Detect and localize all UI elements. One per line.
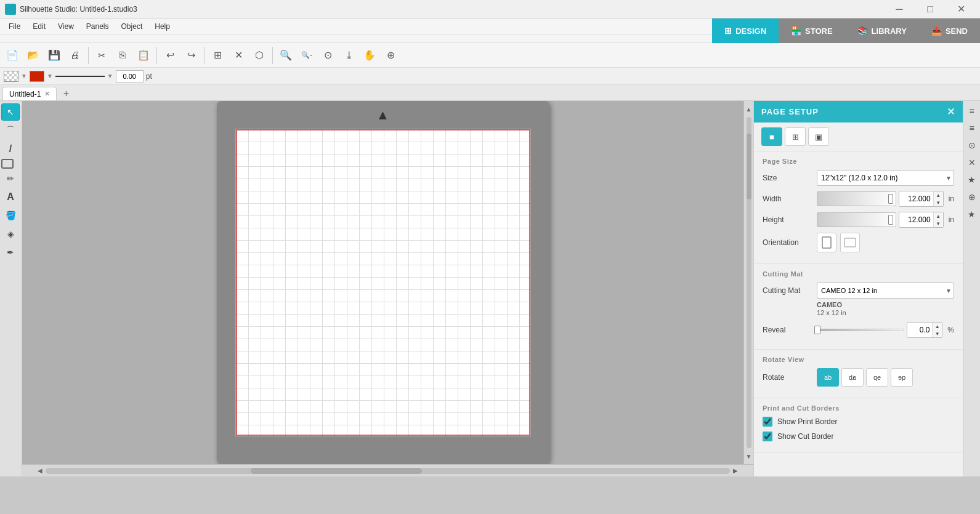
menu-view[interactable]: View: [52, 20, 80, 33]
right-icon-5[interactable]: ★: [965, 172, 979, 187]
right-icon-7[interactable]: ★: [965, 207, 979, 222]
save-button[interactable]: 💾: [44, 46, 64, 65]
close-button[interactable]: ✕: [947, 0, 975, 18]
zoom-fit-button[interactable]: ⤓: [339, 46, 358, 65]
cutting-mat-select[interactable]: CAMEO 12 x 12 in: [817, 283, 954, 299]
print-button[interactable]: 🖨: [65, 46, 85, 65]
rotate-btn-1[interactable]: ab: [841, 368, 864, 387]
portrait-button[interactable]: [817, 233, 836, 252]
stroke-style-arrow[interactable]: ▼: [107, 73, 113, 79]
vertical-scrollbar[interactable]: ▲ ▼: [743, 101, 753, 464]
height-slider[interactable]: [817, 212, 896, 227]
ungroup-button[interactable]: ✕: [229, 46, 248, 65]
tool-pencil[interactable]: ✏: [1, 170, 20, 187]
pview-image[interactable]: ▣: [808, 127, 829, 146]
pan-button[interactable]: ✋: [360, 46, 379, 65]
show-cut-border-checkbox[interactable]: [763, 432, 772, 441]
vscroll-up[interactable]: ▲: [743, 103, 754, 114]
open-button[interactable]: 📂: [23, 46, 43, 65]
stroke-swatch[interactable]: [30, 71, 44, 82]
menu-panels[interactable]: Panels: [80, 20, 115, 33]
new-button[interactable]: 📄: [2, 46, 22, 65]
tab-close-button[interactable]: ✕: [44, 90, 50, 98]
topnav-design[interactable]: ⊞ DESIGN: [712, 18, 779, 43]
topnav-send[interactable]: 📤 SEND: [919, 18, 980, 43]
reveal-input[interactable]: [907, 323, 932, 337]
rotate-btn-0[interactable]: ab: [817, 368, 839, 387]
width-input[interactable]: [899, 191, 933, 206]
zoom-actual-button[interactable]: ⊙: [318, 46, 338, 65]
reveal-down[interactable]: ▼: [933, 330, 942, 337]
fill-swatch[interactable]: [4, 71, 18, 82]
add-tab-button[interactable]: +: [59, 87, 73, 100]
panel-close-button[interactable]: ✕: [947, 106, 955, 118]
paste-button[interactable]: 📋: [134, 46, 153, 65]
tool-paint[interactable]: 🪣: [1, 207, 20, 224]
topnav-design-label: DESIGN: [735, 26, 766, 36]
landscape-button[interactable]: [840, 233, 860, 252]
reveal-up[interactable]: ▲: [933, 323, 942, 330]
right-icon-3[interactable]: ⊙: [965, 138, 979, 153]
hscroll-left[interactable]: ◀: [34, 465, 46, 476]
topnav-library[interactable]: 📚 LIBRARY: [845, 18, 919, 43]
reveal-unit: %: [947, 326, 954, 334]
rotate-btn-2[interactable]: qe: [866, 368, 888, 387]
tool-line[interactable]: /: [1, 140, 20, 158]
tab-untitled[interactable]: Untitled-1 ✕: [2, 87, 57, 100]
redo-button[interactable]: ↪: [181, 46, 201, 65]
menu-object[interactable]: Object: [115, 20, 149, 33]
top-navigation: ⊞ DESIGN 🏪 STORE 📚 LIBRARY 📤 SEND: [712, 18, 980, 43]
reveal-slider[interactable]: [817, 329, 904, 331]
menu-edit[interactable]: Edit: [26, 20, 52, 33]
right-icon-6[interactable]: ⊕: [965, 190, 979, 204]
pview-color[interactable]: ■: [761, 127, 782, 146]
tool-text[interactable]: A: [1, 188, 20, 206]
vscroll-down[interactable]: ▼: [743, 451, 754, 462]
tool-knife[interactable]: ◈: [1, 225, 20, 243]
width-up[interactable]: ▲: [934, 191, 943, 199]
stroke-width-input[interactable]: [116, 70, 144, 82]
minimize-button[interactable]: ─: [885, 0, 913, 18]
right-icon-4[interactable]: ✕: [965, 155, 979, 170]
nodes-button[interactable]: ⬡: [249, 46, 269, 65]
show-cut-border-label[interactable]: Show Cut Border: [777, 432, 833, 441]
stroke-dropdown-arrow[interactable]: ▼: [47, 73, 53, 79]
cut-button[interactable]: ✂: [92, 46, 111, 65]
rotate-btn-3[interactable]: qe: [891, 368, 913, 387]
pview-grid[interactable]: ⊞: [785, 127, 806, 146]
topnav-store[interactable]: 🏪 STORE: [779, 18, 845, 43]
right-icon-1[interactable]: ≡: [965, 103, 979, 118]
right-icon-2[interactable]: ≡: [965, 121, 979, 135]
width-down[interactable]: ▼: [934, 199, 943, 206]
vscroll-thumb[interactable]: [747, 134, 751, 200]
height-down[interactable]: ▼: [934, 220, 943, 227]
tool-pen[interactable]: ✒: [1, 244, 20, 261]
tool-bezier[interactable]: ⌒: [1, 122, 20, 139]
hscroll-track[interactable]: [46, 468, 730, 474]
tool-select[interactable]: ↖: [1, 103, 20, 121]
separator-3: [204, 47, 205, 64]
maximize-button[interactable]: □: [916, 0, 944, 18]
fill-dropdown-arrow[interactable]: ▼: [21, 73, 27, 79]
show-print-border-checkbox[interactable]: [763, 417, 772, 427]
tool-rectangle[interactable]: [1, 159, 14, 169]
undo-button[interactable]: ↩: [160, 46, 180, 65]
horizontal-scrollbar[interactable]: ◀ ▶: [22, 464, 753, 476]
width-slider[interactable]: [817, 191, 896, 206]
copy-button[interactable]: ⎘: [113, 46, 132, 65]
add-point-button[interactable]: ⊕: [381, 46, 400, 65]
height-up[interactable]: ▲: [934, 212, 943, 220]
hscroll-right[interactable]: ▶: [730, 465, 741, 476]
group-button[interactable]: ⊞: [208, 46, 227, 65]
zoom-in-button[interactable]: 🔍: [276, 46, 296, 65]
height-input[interactable]: [899, 212, 933, 227]
show-print-border-label[interactable]: Show Print Border: [777, 417, 837, 426]
size-select[interactable]: 12"x12" (12.0 x 12.0 in): [817, 170, 954, 186]
hscroll-thumb[interactable]: [251, 468, 422, 474]
zoom-out-button[interactable]: 🔍-: [297, 46, 317, 65]
canvas-viewport[interactable]: ▲: [22, 101, 743, 464]
menu-help[interactable]: Help: [148, 20, 176, 33]
vscroll-track[interactable]: [747, 117, 751, 448]
orientation-row: Orientation: [763, 233, 954, 252]
menu-file[interactable]: File: [2, 20, 26, 33]
